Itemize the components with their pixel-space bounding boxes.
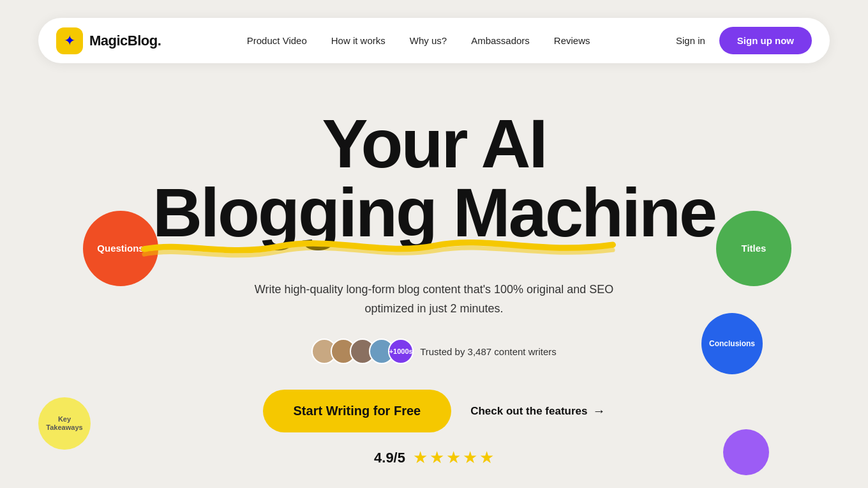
avatar-stack: +1000s [311,339,414,364]
hero-section: Your AI Blogging Machine Write high-qual… [0,63,868,468]
star-2: ★ [430,448,444,468]
sign-up-button[interactable]: Sign up now [719,27,812,54]
logo-link[interactable]: ✦ MagicBlog. [56,27,161,54]
navbar: ✦ MagicBlog. Product Video How it works … [38,18,830,63]
nav-links: Product Video How it works Why us? Ambas… [247,35,590,47]
nav-reviews[interactable]: Reviews [554,35,590,46]
trusted-text: Trusted by 3,487 content writers [420,346,557,357]
start-writing-button[interactable]: Start Writing for Free [263,390,452,432]
star-5: ★ [479,448,494,468]
nav-right: Sign in Sign up now [676,27,812,54]
sign-in-link[interactable]: Sign in [676,35,705,46]
logo-icon: ✦ [56,27,83,54]
avatar-plus: +1000s [388,339,414,364]
hero-title-line2: Blogging Machine [153,178,715,247]
star-3: ★ [446,448,461,468]
yellow-underline-decoration [140,237,617,259]
nav-why-us[interactable]: Why us? [410,35,447,46]
rating-score: 4.9/5 [374,450,405,466]
avatars-row: +1000s Trusted by 3,487 content writers [0,339,868,364]
cta-row: Start Writing for Free Check out the fea… [0,390,868,432]
nav-product-video[interactable]: Product Video [247,35,307,46]
arrow-right-icon: → [592,404,605,418]
nav-how-it-works[interactable]: How it works [331,35,385,46]
star-4: ★ [463,448,477,468]
hero-title-line1: Your AI [0,109,868,178]
rating-row: 4.9/5 ★ ★ ★ ★ ★ [0,448,868,468]
hero-subtitle: Write high-quality long-form blog conten… [249,280,619,318]
star-1: ★ [413,448,428,468]
check-features-link[interactable]: Check out the features → [470,404,605,418]
nav-ambassadors[interactable]: Ambassadors [471,35,530,46]
stars: ★ ★ ★ ★ ★ [413,448,494,468]
logo-text: MagicBlog. [89,33,161,49]
